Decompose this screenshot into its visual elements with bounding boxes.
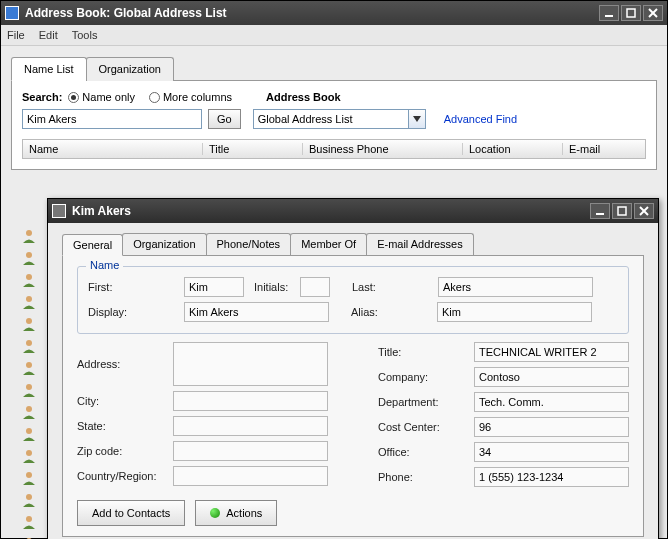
- office-label: Office:: [378, 446, 468, 458]
- zip-label: Zip code:: [77, 445, 167, 457]
- dept-field[interactable]: [474, 392, 629, 412]
- col-bphone[interactable]: Business Phone: [303, 143, 463, 155]
- col-email[interactable]: E-mail: [563, 143, 645, 155]
- menu-edit[interactable]: Edit: [39, 29, 58, 41]
- first-label: First:: [88, 281, 178, 293]
- country-label: Country/Region:: [77, 470, 167, 482]
- tab-phone-notes[interactable]: Phone/Notes: [206, 233, 292, 255]
- col-title[interactable]: Title: [203, 143, 303, 155]
- radio-name-only[interactable]: Name only: [68, 91, 135, 103]
- tab-organization[interactable]: Organization: [86, 57, 174, 81]
- actions-button[interactable]: Actions: [195, 500, 277, 526]
- main-title: Address Book: Global Address List: [25, 6, 599, 20]
- cost-field[interactable]: [474, 417, 629, 437]
- dialog-maximize-button[interactable]: [612, 203, 632, 219]
- person-icon: [21, 294, 37, 310]
- svg-point-18: [26, 516, 32, 522]
- general-panel: Name First: Initials: Last: Display:: [62, 255, 644, 537]
- country-field[interactable]: [173, 466, 328, 486]
- advanced-find-link[interactable]: Advanced Find: [444, 113, 517, 125]
- name-fieldset: Name First: Initials: Last: Display:: [77, 266, 629, 334]
- address-book-label: Address Book: [266, 91, 341, 103]
- tab-name-list[interactable]: Name List: [11, 57, 87, 81]
- menu-tools[interactable]: Tools: [72, 29, 98, 41]
- person-icon: [21, 250, 37, 266]
- person-icon: [21, 404, 37, 420]
- tab-email-addresses[interactable]: E-mail Addresses: [366, 233, 474, 255]
- name-list-panel: Search: Name only More columns Address B…: [11, 81, 657, 170]
- first-field[interactable]: [184, 277, 244, 297]
- tab-organization-dlg[interactable]: Organization: [122, 233, 206, 255]
- minimize-button[interactable]: [599, 5, 619, 21]
- search-label: Search:: [22, 91, 62, 103]
- main-titlebar: Address Book: Global Address List: [1, 1, 667, 25]
- content-area: Name List Organization Search: Name only…: [1, 46, 667, 538]
- close-button[interactable]: [643, 5, 663, 21]
- dialog-titlebar: Kim Akers: [48, 199, 658, 223]
- person-icon: [21, 338, 37, 354]
- initials-field[interactable]: [300, 277, 330, 297]
- tab-member-of[interactable]: Member Of: [290, 233, 367, 255]
- add-to-contacts-button[interactable]: Add to Contacts: [77, 500, 185, 526]
- dialog-close-button[interactable]: [634, 203, 654, 219]
- svg-point-13: [26, 406, 32, 412]
- svg-point-5: [26, 230, 32, 236]
- svg-point-6: [26, 252, 32, 258]
- address-book-combo[interactable]: [253, 109, 408, 129]
- presence-icon: [210, 508, 220, 518]
- address-book-dropdown-arrow[interactable]: [408, 109, 426, 129]
- phone-field[interactable]: [474, 467, 629, 487]
- radio-more-columns[interactable]: More columns: [149, 91, 232, 103]
- company-label: Company:: [378, 371, 468, 383]
- address-label: Address:: [77, 358, 167, 370]
- phone-label: Phone:: [378, 471, 468, 483]
- svg-point-7: [26, 274, 32, 280]
- person-icon: [21, 360, 37, 376]
- person-icon: [21, 470, 37, 486]
- alias-field[interactable]: [437, 302, 592, 322]
- results-header: Name Title Business Phone Location E-mai…: [22, 139, 646, 159]
- person-icon: [21, 492, 37, 508]
- title-label: Title:: [378, 346, 468, 358]
- svg-line-3: [649, 9, 657, 17]
- city-label: City:: [77, 395, 167, 407]
- svg-point-8: [26, 296, 32, 302]
- display-label: Display:: [88, 306, 178, 318]
- svg-point-16: [26, 472, 32, 478]
- name-legend: Name: [86, 259, 123, 271]
- person-icon: [21, 316, 37, 332]
- svg-line-2: [649, 9, 657, 17]
- svg-point-17: [26, 494, 32, 500]
- person-icon: [21, 426, 37, 442]
- title-field[interactable]: [474, 342, 629, 362]
- go-button[interactable]: Go: [208, 109, 241, 129]
- address-field[interactable]: [173, 342, 328, 386]
- office-field[interactable]: [474, 442, 629, 462]
- menu-file[interactable]: File: [7, 29, 25, 41]
- svg-point-14: [26, 428, 32, 434]
- company-field[interactable]: [474, 367, 629, 387]
- col-name[interactable]: Name: [23, 143, 203, 155]
- contact-card-icon: [52, 204, 66, 218]
- svg-point-12: [26, 384, 32, 390]
- dialog-minimize-button[interactable]: [590, 203, 610, 219]
- search-input[interactable]: [22, 109, 202, 129]
- col-location[interactable]: Location: [463, 143, 563, 155]
- contact-icon-strip: [21, 228, 37, 539]
- zip-field[interactable]: [173, 441, 328, 461]
- dept-label: Department:: [378, 396, 468, 408]
- svg-line-24: [640, 207, 648, 215]
- tab-general[interactable]: General: [62, 234, 123, 256]
- state-field[interactable]: [173, 416, 328, 436]
- city-field[interactable]: [173, 391, 328, 411]
- person-icon: [21, 514, 37, 530]
- display-field[interactable]: [184, 302, 329, 322]
- svg-line-23: [640, 207, 648, 215]
- last-label: Last:: [352, 281, 432, 293]
- cost-label: Cost Center:: [378, 421, 468, 433]
- last-field[interactable]: [438, 277, 593, 297]
- svg-rect-1: [627, 9, 635, 17]
- maximize-button[interactable]: [621, 5, 641, 21]
- svg-point-9: [26, 318, 32, 324]
- person-icon: [21, 448, 37, 464]
